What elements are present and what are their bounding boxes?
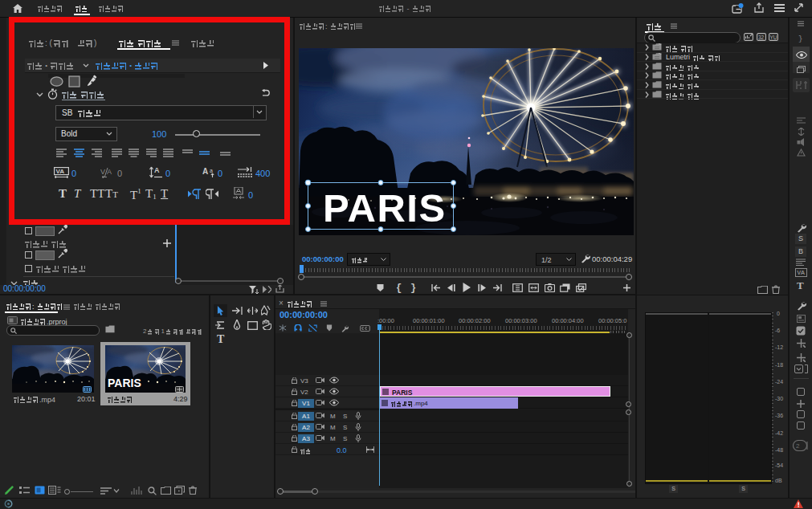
svg-text:PARIS: PARIS: [323, 186, 447, 230]
svg-text:VA: VA: [797, 269, 805, 276]
svg-text:PARIS: PARIS: [108, 377, 141, 389]
svg-text:YU: YU: [770, 35, 777, 40]
svg-text:32: 32: [758, 35, 765, 40]
svg-text:2: 2: [796, 442, 800, 450]
